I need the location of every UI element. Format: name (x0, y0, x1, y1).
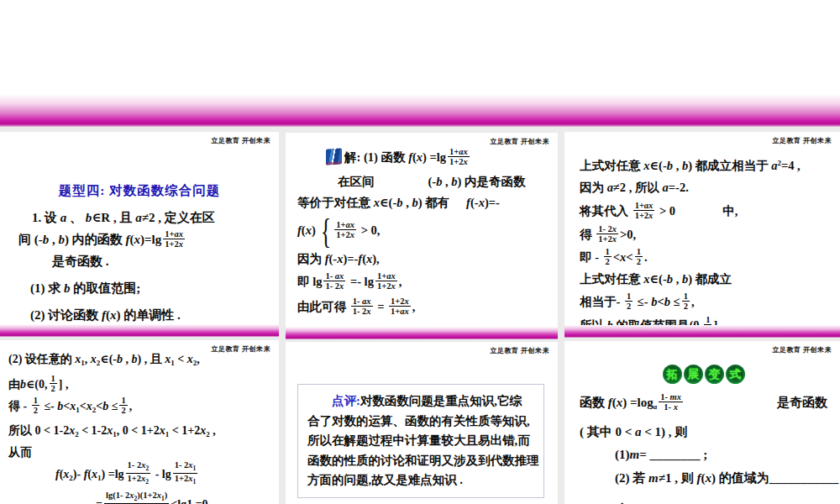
text-line: 上式对任意 x∈(-b , b) 都成立 (580, 269, 840, 290)
extension-badge-icon: 拓 (663, 365, 682, 384)
text-line: 在区间(-b , b) 内是奇函数 (297, 171, 558, 192)
text-line: 函数的性质的讨论和证明又涉及到代数推理 (307, 451, 534, 471)
text-line: 由b∈(0,12] , (8, 374, 279, 396)
slide-bottom-bar (286, 327, 558, 339)
book-icon (326, 148, 342, 165)
slide-page-comment[interactable]: 立足教育 开创未来 点评:对数函数问题是重点知识,它综合了对数的运算、函数的有关… (286, 342, 558, 504)
text-line: 所以在解题过程中计算量较大且易出错,而 (307, 431, 534, 451)
text-line: (1)m= ________ ; (580, 443, 840, 466)
text-line: f(x2)- f(x1) =lg1- 2x21+2x2 - lg1- 2x11+… (8, 461, 279, 491)
text-line: 得 - 12 ≤- b<x1<x2<b ≤12, (8, 396, 279, 421)
text-line: 所以 0 < 1-2x2 < 1-2x1, 0 < 1+2x1 < 1+2x2 … (8, 421, 279, 444)
fraction: 12 (682, 291, 690, 311)
brand-slogan: 立足教育 开创未来 (491, 346, 550, 355)
fraction: 1+ax1+2x (375, 271, 397, 291)
previous-row-bottom-band (0, 0, 840, 127)
slide-page-solution-1[interactable]: 立足教育 开创未来 解: (1) 函数 f(x) =lg1+ax1+2x在区间(… (286, 133, 558, 339)
slide-page-problem[interactable]: 立足教育 开创未来 题型四: 对数函数综合问题1. 设 a 、 b∈R , 且 … (0, 132, 279, 337)
slide-bottom-bar (564, 325, 840, 338)
text-line: 等价于对任意 x∈(-b , b) 都有f(-x)=- (297, 192, 558, 213)
brand-slogan: 立足教育 开创未来 (773, 345, 832, 354)
text-line: (1) 求 b 的取值范围; (0, 278, 279, 298)
text-line: 题型四: 对数函数综合问题 (0, 181, 279, 201)
extension-badge-icon: 式 (726, 365, 745, 384)
text-line: 即 - 12<x<12. (580, 246, 840, 269)
fraction: 1+ax1+2x (163, 229, 185, 249)
text-line: ( 其中 0 < a < 1) , 则 (580, 421, 840, 443)
slide-page-solution-2[interactable]: 立足教育 开创未来 上式对任意 x∈(-b , b) 都成立相当于 a2=4 ,… (564, 132, 840, 338)
slide-page-solution-3[interactable]: 立足教育 开创未来 (2) 设任意的 x1, x2∈(-b , b) , 且 x… (0, 340, 279, 504)
slide-content: 上式对任意 x∈(-b , b) 都成立相当于 a2=4 ,因为 a≠2 , 所… (564, 132, 840, 337)
text-line: 从而 (8, 444, 279, 461)
fraction: lg(1- 2x2)(1+2x1)(1+2x2)(1- 2x1) (104, 491, 169, 504)
text-line: (2) 设任意的 x1, x2∈(-b , b) , 且 x1 < x2, (8, 349, 279, 374)
text-line: ______ . (580, 490, 840, 504)
fraction: 12 (635, 247, 643, 266)
extension-badge-icon: 变 (705, 365, 724, 384)
fraction: 1+ax1+2x (448, 147, 470, 166)
slide-content: 函数 f(x) =loga1- mx1- x是奇函数( 其中 0 < a < 1… (564, 388, 840, 504)
fraction: 1- 2x11+2x1 (173, 460, 198, 486)
fraction: 12 (604, 247, 612, 266)
comment-box: 点评:对数函数问题是重点知识,它综合了对数的运算、函数的有关性质等知识,所以在解… (297, 384, 544, 498)
text-line: 因为 a≠2 , 所以 a=-2. (580, 176, 840, 198)
text-line: f(x){1+ax1+2x > 0, (297, 213, 558, 249)
fraction: 1- 2x21+2x2 (126, 460, 151, 486)
text-line: 由此可得 1- ax1- 2x = 1+2x1+ax, (297, 294, 558, 319)
fraction: 12 (50, 374, 57, 393)
text-line: 相当于- 12 ≤- b<b ≤12, (580, 290, 840, 313)
fraction: 12 (32, 396, 39, 415)
slide-page-extension[interactable]: 立足教育 开创未来 拓展变式 函数 f(x) =loga1- mx1- x是奇函… (564, 341, 840, 504)
text-line: 方面的问题,故又是难点知识 . (307, 470, 534, 491)
fraction: 1+ax1+2x (334, 220, 356, 239)
slide-bottom-bar (0, 324, 279, 337)
text-line: 合了对数的运算、函数的有关性质等知识, (307, 412, 534, 432)
fraction: 1+2x1+ax (389, 297, 411, 316)
text-line: 因为 f(-x)=-f(x), (297, 249, 558, 269)
fraction: 1- ax1- 2x (323, 271, 345, 291)
text-line: (2) 若 m≠1 , 则 f(x) 的值域为___________ (580, 466, 840, 490)
fraction: 1- ax1- 2x (351, 297, 373, 316)
slide-content: (2) 设任意的 x1, x2∈(-b , b) , 且 x1 < x2,由b∈… (0, 340, 279, 504)
text-line: 解: (1) 函数 f(x) =lg1+ax1+2x (297, 143, 558, 171)
text-line: 函数 f(x) =loga1- mx1- x是奇函数 (580, 388, 840, 421)
text-line: =lg(1- 2x2)(1+2x1)(1+2x2)(1- 2x1)<lg1 =0… (8, 491, 279, 504)
fraction: 1- 2x1+2x (596, 224, 618, 244)
text-line: 上式对任意 x∈(-b , b) 都成立相当于 a2=4 , (580, 152, 840, 176)
text-line: 得 1- 2x1+2x>0, (580, 223, 840, 246)
text-line: 点评:对数函数问题是重点知识,它综 (307, 391, 534, 412)
extension-badge-icon: 展 (684, 365, 703, 384)
text-line: 间 (-b , b) 内的函数 f(x)=lg1+ax1+2x (0, 228, 279, 251)
magenta-gradient-bar (0, 94, 840, 127)
fraction: 1- mx1- x (659, 392, 683, 412)
extension-badges-row: 拓展变式 (662, 365, 840, 385)
text-line: 是奇函数 . (0, 251, 279, 271)
text-line: 即 lg1- ax1- 2x =- lg1+ax1+2x, (297, 269, 558, 294)
fraction: 1+ax1+2x (633, 201, 655, 220)
slide-content: 解: (1) 函数 f(x) =lg1+ax1+2x在区间(-b , b) 内是… (286, 133, 558, 339)
text-line: 1. 设 a 、 b∈R , 且 a≠2 , 定义在区 (0, 207, 279, 228)
slide-content: 题型四: 对数函数综合问题1. 设 a 、 b∈R , 且 a≠2 , 定义在区… (0, 132, 279, 325)
fraction: 12 (625, 291, 633, 311)
text-line: 将其代入 1+ax1+2x > 0中, (580, 198, 840, 223)
fraction: 12 (119, 396, 127, 415)
text-line: (2) 讨论函数 f(x) 的单调性 . (0, 305, 279, 325)
